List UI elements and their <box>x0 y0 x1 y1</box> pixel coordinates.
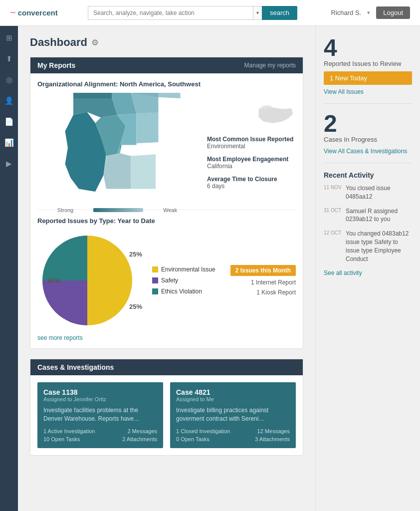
color-safety <box>152 277 158 283</box>
my-reports-title: My Reports <box>37 61 75 69</box>
case-item-1: Case 4821 Assigned to Me Investigate bil… <box>170 382 296 448</box>
cases-label: Cases In Progress <box>324 136 412 143</box>
activity-item-2: 12 OCT You changed 0483ab12 issue type S… <box>324 230 412 263</box>
pct-label-25-bot: 25% <box>129 303 142 310</box>
reported-label: Reported Issues to Review <box>324 60 412 67</box>
new-today-button[interactable]: 1 New Today <box>324 71 412 85</box>
case-stat-val-0-1: 2 Attachments <box>122 436 157 442</box>
case-stats-1: 1 Closed Investigation 12 Messages 0 Ope… <box>176 428 290 442</box>
case-stat-val-1-0: 12 Messages <box>257 428 290 434</box>
search-button[interactable]: search <box>262 6 297 20</box>
activity-date-0: 11 NOV <box>324 184 342 201</box>
see-more-reports-link[interactable]: see more reports <box>37 334 296 341</box>
case-stat-val-1-1: 3 Attachments <box>255 436 290 442</box>
svg-marker-7 <box>73 93 112 98</box>
activity-item-0: 11 NOV You closed issue 0485aa12 <box>324 184 412 201</box>
pie-section: Reported Issues by Type: Year to Date 50 <box>30 210 303 348</box>
user-dropdown-icon[interactable]: ▾ <box>367 9 370 16</box>
map-legend: Strong Weak <box>37 207 197 213</box>
us-small-map <box>256 103 296 128</box>
activity-text-1: Samuel R assigned 0239ab12 to you <box>346 207 412 224</box>
my-reports-card: My Reports Manage my reports Organizatio… <box>30 57 303 349</box>
cases-header: Cases & Investigations <box>30 359 303 375</box>
search-input[interactable] <box>88 6 253 20</box>
case-item-0: Case 1138 Assigned to Jennifer Ortiz Inv… <box>37 382 163 448</box>
pct-label-25-top: 25% <box>129 251 142 258</box>
stat-avg-closure: Average Time to Closure 6 days <box>207 176 296 190</box>
pie-right-info: 2 Issues this Month 1 Internet Report 1 … <box>230 265 296 296</box>
sidebar-icon-chart[interactable]: 📊 <box>3 137 15 149</box>
issues-this-month-badge: 2 Issues this Month <box>230 265 296 276</box>
case-number-0: Case 1138 <box>43 388 157 396</box>
label-safety: Safety <box>161 277 178 284</box>
sidebar-icon-grid[interactable]: ⊞ <box>3 32 15 44</box>
stat-employee-engagement: Most Employee Engagement California <box>207 156 296 170</box>
svg-marker-4 <box>137 113 159 144</box>
case-stats-0: 1 Active Investigation 2 Messages 10 Ope… <box>43 428 157 442</box>
page-title: Dashboard <box>30 36 87 49</box>
view-all-issues-link[interactable]: View All Issues <box>324 88 364 95</box>
issue-detail-1: 1 Kiosk Report <box>256 289 296 296</box>
main-content: Dashboard ⚙ My Reports Manage my reports… <box>18 26 315 511</box>
org-stats: Most Common Issue Reported Environmental… <box>207 93 296 203</box>
sidebar-icon-upload[interactable]: ⬆ <box>3 53 15 65</box>
divider-2 <box>324 163 412 163</box>
logo-text: convercent <box>18 9 58 16</box>
logo-icon: ~ <box>10 7 16 18</box>
legend-strong: Strong <box>57 207 73 213</box>
view-all-cases-link[interactable]: View All Cases & Investigations <box>324 148 407 155</box>
case-description-1: Investigate billing practices against go… <box>176 406 290 423</box>
cases-grid: Case 1138 Assigned to Jennifer Ortiz Inv… <box>30 375 303 455</box>
pie-title: Reported Issues by Type: Year to Date <box>37 217 296 225</box>
cases-count: 2 <box>324 112 412 136</box>
case-stat-val-0-0: 2 Messages <box>128 428 157 434</box>
sidebar-icon-globe[interactable]: ◎ <box>3 74 15 86</box>
map-area: Strong Weak <box>37 93 197 203</box>
case-stat-key-0-0: 1 Active Investigation <box>43 428 95 434</box>
cases-title: Cases & Investigations <box>37 363 114 371</box>
sidebar-icon-play[interactable]: ▶ <box>3 158 15 170</box>
user-menu[interactable]: Richard S. <box>331 9 362 16</box>
case-stat-row-0-0: 1 Active Investigation 2 Messages <box>43 428 157 434</box>
recent-activity-title: Recent Activity <box>324 171 412 179</box>
right-panel: 4 Reported Issues to Review 1 New Today … <box>315 26 420 511</box>
activity-text-0: You closed issue 0485aa12 <box>346 184 412 201</box>
search-dropdown-button[interactable]: ▾ <box>253 6 262 20</box>
case-stat-row-1-0: 1 Closed Investigation 12 Messages <box>176 428 290 434</box>
header-right: Richard S. ▾ Logout <box>331 6 410 19</box>
activity-item-1: 31 OCT Samuel R assigned 0239ab12 to you <box>324 207 412 224</box>
map-svg <box>37 93 197 203</box>
manage-reports-link[interactable]: Manage my reports <box>244 62 296 69</box>
svg-marker-5 <box>131 154 156 189</box>
case-stat-key-0-1: 10 Open Tasks <box>43 436 80 442</box>
label-ethics: Ethics Violation <box>161 288 202 295</box>
logo-area: ~ convercent <box>10 7 70 18</box>
divider-1 <box>324 103 412 104</box>
svg-marker-2 <box>104 153 131 189</box>
pie-legend: Environmental Issue Safety Ethics Violat… <box>152 266 215 295</box>
sidebar: ⊞ ⬆ ◎ 👤 📄 📊 ▶ <box>0 26 18 511</box>
label-environmental: Environmental Issue <box>161 266 215 273</box>
issue-detail-0: 1 Internet Report <box>251 279 296 286</box>
sidebar-icon-person[interactable]: 👤 <box>3 95 15 107</box>
case-description-0: Investigate facilities problems at the D… <box>43 406 157 423</box>
color-ethics <box>152 288 158 294</box>
see-all-activity-link[interactable]: See all activity <box>324 269 362 276</box>
my-reports-header: My Reports Manage my reports <box>30 57 303 73</box>
color-environmental <box>152 266 158 272</box>
case-stat-row-1-1: 0 Open Tasks 3 Attachments <box>176 436 290 442</box>
case-number-1: Case 4821 <box>176 388 290 396</box>
sidebar-icon-document[interactable]: 📄 <box>3 116 15 128</box>
reported-count: 4 <box>324 36 412 60</box>
cases-card: Cases & Investigations Case 1138 Assigne… <box>30 359 303 456</box>
app-header: ~ convercent ▾ search Richard S. ▾ Logou… <box>0 0 420 26</box>
activity-date-2: 12 OCT <box>324 230 342 263</box>
case-assigned-1: Assigned to Me <box>176 396 290 402</box>
activity-text-2: You changed 0483ab12 issue type Safety t… <box>346 230 412 263</box>
settings-icon[interactable]: ⚙ <box>91 38 98 47</box>
page-title-area: Dashboard ⚙ <box>30 36 303 49</box>
case-stat-row-0-1: 10 Open Tasks 2 Attachments <box>43 436 157 442</box>
logout-button[interactable]: Logout <box>376 6 410 19</box>
search-area: ▾ search <box>88 6 297 20</box>
pie-content: 50% 25% 25% Environmental Issue Safety <box>37 231 296 330</box>
